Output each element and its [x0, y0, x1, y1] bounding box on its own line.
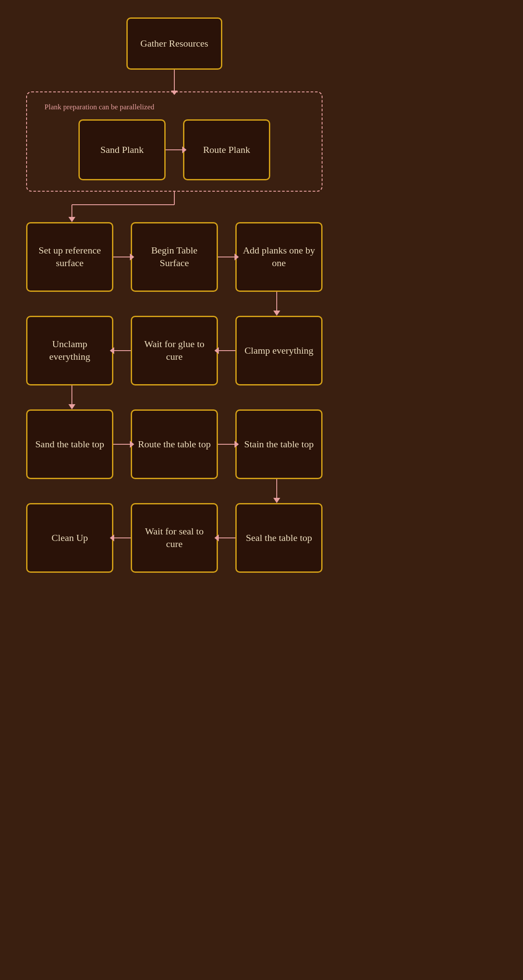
- clamp-node: Clamp everything: [235, 316, 323, 385]
- parallel-nodes: Sand Plank Route Plank: [78, 119, 270, 180]
- svg-marker-5: [273, 311, 280, 316]
- svg-marker-3: [68, 217, 75, 222]
- flowchart: Gather Resources Plank preparation can b…: [9, 17, 340, 573]
- route-plank-node: Route Plank: [183, 119, 270, 180]
- arrow-sand-to-route: [166, 149, 183, 150]
- row1: Set up reference surface Begin Table Sur…: [26, 222, 323, 292]
- begin-table-node: Begin Table Surface: [131, 222, 218, 292]
- row3: Sand the table top Route the table top S…: [26, 409, 323, 479]
- arrow-clamp-to-waitglue: [218, 350, 235, 351]
- sand-plank-node: Sand Plank: [78, 119, 166, 180]
- clean-up-node: Clean Up: [26, 503, 113, 573]
- arrow-gather-to-parallel: [174, 70, 175, 91]
- stain-top-node: Stain the table top: [235, 409, 323, 479]
- row4: Clean Up Wait for seal to cure Seal the …: [26, 503, 323, 573]
- arrow-seal-to-waitseal: [218, 537, 235, 538]
- arrow-row1-to-row2: [26, 292, 323, 316]
- unclamp-node: Unclamp everything: [26, 316, 113, 385]
- wait-glue-node: Wait for glue to cure: [131, 316, 218, 385]
- gather-node: Gather Resources: [126, 17, 222, 70]
- parallel-label: Plank preparation can be parallelized: [44, 103, 154, 112]
- arrow-waitglue-to-unclamp: [113, 350, 131, 351]
- arrow-sand-to-route-top: [113, 444, 131, 445]
- arrow-begin-to-add: [218, 257, 235, 257]
- sand-top-node: Sand the table top: [26, 409, 113, 479]
- svg-marker-7: [68, 404, 75, 409]
- row2: Unclamp everything Wait for glue to cure…: [26, 316, 323, 385]
- set-up-node: Set up reference surface: [26, 222, 113, 292]
- add-planks-node: Add planks one by one: [235, 222, 323, 292]
- seal-top-node: Seal the table top: [235, 503, 323, 573]
- arrow-parallel-to-row1: [26, 192, 323, 222]
- gather-row: Gather Resources: [9, 17, 340, 70]
- arrow-row2-to-row3: [26, 385, 323, 409]
- arrow-route-to-stain: [218, 444, 235, 445]
- route-top-node: Route the table top: [131, 409, 218, 479]
- wait-seal-node: Wait for seal to cure: [131, 503, 218, 573]
- svg-marker-9: [273, 498, 280, 503]
- parallel-group: Plank preparation can be parallelized Sa…: [26, 91, 323, 192]
- arrow-setup-to-begin: [113, 257, 131, 257]
- arrow-row3-to-row4: [26, 479, 323, 503]
- arrow-waitseal-to-cleanup: [113, 537, 131, 538]
